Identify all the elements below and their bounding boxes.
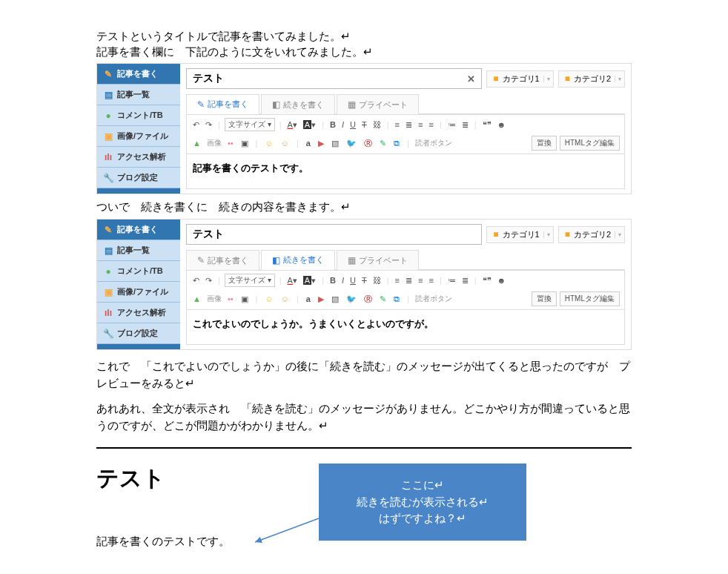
replace-button[interactable]: 置換 [532,136,557,151]
smile1-button[interactable]: ☺ [263,139,274,148]
nico-button[interactable]: ▧ [330,139,340,148]
quote-button[interactable]: ❝❞ [481,120,493,130]
rakuten-button[interactable]: Ⓡ [363,294,374,305]
tab-write[interactable]: ✎記事を書く [186,250,259,270]
analytics-icon: ılı [103,308,113,318]
italic-button[interactable]: I [340,120,345,129]
flickr-button[interactable]: •• [226,294,235,303]
align-right-button[interactable]: ≡ [417,276,424,285]
twitter-button[interactable]: 🐦 [345,294,358,304]
amazon-button[interactable]: a [305,294,312,303]
align-left-button[interactable]: ≡ [394,120,401,129]
title-input[interactable]: テスト [186,224,482,245]
content-textarea[interactable]: 記事を書くのテストです。 [186,154,625,189]
underline-button[interactable]: U [348,276,357,285]
strike-button[interactable]: T [360,276,368,285]
align-center-button[interactable]: ≣ [404,276,414,286]
sidebar-analytics[interactable]: ılıアクセス解析 [97,303,180,323]
bg-color-button[interactable]: A ▾ [302,276,317,286]
underline-button[interactable]: U [348,120,357,129]
sidebar-image[interactable]: ▣画像/ファイル [97,282,180,303]
rakuten-button[interactable]: Ⓡ [363,138,374,149]
sidebar-image[interactable]: ▣画像/ファイル [97,126,180,147]
align-center-button[interactable]: ≣ [404,120,414,130]
title-input[interactable]: テスト ✕ [186,68,482,89]
replace-button[interactable]: 置換 [532,291,557,306]
reader-button-label[interactable]: 読者ボタン [415,294,452,304]
strike-button[interactable]: T [360,120,368,129]
quote-button[interactable]: ❝❞ [481,276,493,286]
photo-button[interactable]: ▣ [239,139,250,148]
sidebar-comment[interactable]: ●コメント/TB [97,261,180,282]
smile2-button[interactable]: ☺ [279,139,291,148]
bg-color-button[interactable]: A ▾ [302,120,317,130]
tab-private[interactable]: ▦プライベート [337,94,419,114]
evernote-button[interactable]: ✎ [378,294,388,304]
undo-button[interactable]: ↶ [191,276,201,286]
tab-private[interactable]: ▦プライベート [337,250,419,270]
reader-button-label[interactable]: 読者ボタン [415,138,452,148]
category-1-button[interactable]: ■カテゴリ1▾ [486,70,553,88]
sidebar-list[interactable]: ▤記事一覧 [97,85,180,105]
text-color-button[interactable]: A ▾ [286,276,299,286]
twitter-button[interactable]: 🐦 [345,139,358,148]
italic-button[interactable]: I [340,276,345,285]
youtube-button[interactable]: ▶ [317,294,325,304]
redo-button[interactable]: ↷ [204,120,214,130]
chevron-down-icon: ▾ [543,76,550,82]
sidebar-analytics[interactable]: ılıアクセス解析 [97,147,180,168]
youtube-button[interactable]: ▶ [317,139,325,148]
nico-button[interactable]: ▧ [330,294,340,304]
comment-icon: ● [103,266,113,277]
text-color-button[interactable]: A ▾ [286,120,299,130]
tab-continue[interactable]: ◧続きを書く [261,94,335,114]
sidebar-label: 記事一覧 [117,245,150,256]
evernote-button[interactable]: ✎ [378,139,388,148]
tab-continue[interactable]: ◧続きを書く [261,250,335,270]
link-button[interactable]: ⛓ [371,120,383,129]
flickr-button[interactable]: •• [226,139,235,148]
sidebar-write[interactable]: ✎記事を書く [97,220,180,240]
tab-write[interactable]: ✎記事を書く [186,94,259,114]
bold-button[interactable]: B [328,276,337,285]
sidebar-settings[interactable]: 🔧ブログ設定 [97,168,180,188]
amazon-button[interactable]: a [305,139,312,148]
link-button[interactable]: ⛓ [371,276,383,285]
sidebar-settings[interactable]: 🔧ブログ設定 [97,323,180,344]
dropbox-button[interactable]: ⧉ [392,294,401,304]
smile1-button[interactable]: ☺ [263,294,274,303]
html-edit-button[interactable]: HTMLタグ編集 [560,291,620,306]
image-insert-button[interactable]: ▲ [191,139,202,148]
sidebar-comment[interactable]: ●コメント/TB [97,105,180,126]
clear-icon[interactable]: ✕ [467,73,475,85]
wrench-icon: 🔧 [103,173,113,183]
bold-button[interactable]: B [328,120,337,129]
align-right-button[interactable]: ≡ [417,120,424,129]
ul-button[interactable]: ≔ [446,276,457,286]
category-2-button[interactable]: ■カテゴリ2▾ [558,70,625,88]
smile2-button[interactable]: ☺ [279,294,291,303]
sidebar-list[interactable]: ▤記事一覧 [97,240,180,261]
category-2-button[interactable]: ■カテゴリ2▾ [558,226,625,243]
align-justify-button[interactable]: ≡ [427,120,434,129]
ul-button[interactable]: ≔ [446,120,457,130]
align-left-button[interactable]: ≡ [394,276,401,285]
image-insert-button[interactable]: ▲ [191,294,202,303]
font-size-select[interactable]: 文字サイズ ▾ [225,118,275,131]
private-icon: ▦ [348,99,356,110]
undo-button[interactable]: ↶ [191,120,201,130]
redo-button[interactable]: ↷ [204,276,214,286]
sidebar-write[interactable]: ✎記事を書く [97,64,180,85]
callout-line: ここに↵ [326,477,519,494]
dropbox-button[interactable]: ⧉ [392,139,401,148]
content-textarea[interactable]: これでよいのでしょうか。うまくいくとよいのですが。 [186,310,625,345]
font-size-select[interactable]: 文字サイズ ▾ [225,274,275,287]
emoji-button[interactable]: ☻ [496,276,508,285]
ol-button[interactable]: ≣ [460,120,470,130]
align-justify-button[interactable]: ≡ [427,276,434,285]
photo-button[interactable]: ▣ [239,294,250,304]
ol-button[interactable]: ≣ [460,276,470,286]
emoji-button[interactable]: ☻ [496,120,508,129]
category-1-button[interactable]: ■カテゴリ1▾ [486,226,553,243]
html-edit-button[interactable]: HTMLタグ編集 [560,136,620,151]
